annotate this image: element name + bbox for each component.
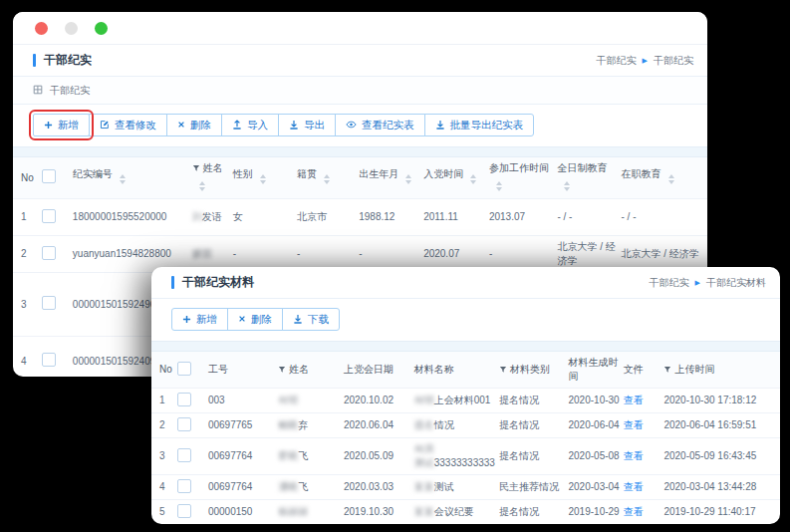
- filter-funnel-icon[interactable]: [663, 366, 671, 374]
- title-accent-bar: [33, 54, 36, 67]
- row-checkbox[interactable]: [177, 479, 191, 493]
- column-header[interactable]: 在职教育: [622, 157, 707, 199]
- view-edit-button[interactable]: 查看修改: [89, 114, 167, 136]
- sort-carets-icon[interactable]: [199, 178, 205, 194]
- breadcrumb-item[interactable]: 干部纪实: [597, 54, 637, 68]
- view-record-sheet-button[interactable]: 查看纪实表: [335, 114, 425, 136]
- download-icon: [435, 120, 445, 130]
- sort-carets-icon[interactable]: [324, 171, 330, 187]
- sort-carets-icon[interactable]: [496, 178, 502, 194]
- delete-button[interactable]: 删除: [227, 308, 283, 331]
- table-cell: 2: [13, 235, 42, 272]
- column-header-label: 上党会日期: [344, 364, 394, 375]
- redacted-text: 何明: [414, 395, 434, 405]
- breadcrumb-arrow-icon: ▶: [695, 279, 700, 287]
- row-checkbox[interactable]: [42, 169, 56, 183]
- row-checkbox[interactable]: [177, 417, 191, 431]
- row-checkbox[interactable]: [177, 393, 191, 406]
- row-checkbox[interactable]: [42, 209, 56, 223]
- sort-carets-icon[interactable]: [668, 171, 674, 187]
- row-checkbox[interactable]: [42, 296, 56, 310]
- column-header-label: No: [21, 172, 34, 183]
- column-header[interactable]: 全日制教育: [557, 157, 621, 199]
- page-header: 干部纪实材料 干部纪实 ▶ 干部纪实材料: [151, 267, 780, 299]
- sort-carets-icon[interactable]: [260, 171, 266, 187]
- table-cell: 2020-06-04: [569, 412, 624, 437]
- column-header: 材料生成时间: [569, 352, 624, 389]
- eye-icon: [346, 121, 357, 129]
- traffic-light-close-icon[interactable]: [35, 22, 48, 35]
- view-link[interactable]: 查看: [624, 395, 644, 405]
- table-cell: 4: [151, 474, 177, 499]
- table-cell: - / -: [557, 198, 621, 235]
- row-checkbox[interactable]: [42, 353, 56, 367]
- button-label: 新增: [58, 120, 79, 131]
- filter-funnel-icon[interactable]: [278, 366, 286, 374]
- breadcrumb-item[interactable]: 干部纪实: [650, 276, 689, 290]
- button-label: 导入: [247, 120, 268, 131]
- column-header[interactable]: 性别: [233, 157, 297, 199]
- table-cell: 提名情况: [499, 412, 569, 437]
- view-link[interactable]: 查看: [624, 506, 644, 517]
- upload-icon: [232, 120, 242, 130]
- breadcrumb: 干部纪实 ▶ 干部纪实: [597, 54, 693, 68]
- column-header[interactable]: 入党时间: [423, 157, 489, 199]
- plus-icon: [44, 121, 53, 130]
- table-cell: 杨丽丽: [278, 499, 344, 524]
- row-checkbox[interactable]: [42, 246, 56, 260]
- view-link[interactable]: 查看: [624, 481, 644, 492]
- add-button[interactable]: 新增: [171, 308, 228, 331]
- table-cell: 何明: [278, 388, 344, 412]
- batch-export-record-sheet-button[interactable]: 批量导出纪实表: [424, 114, 535, 136]
- cell-text: 弃: [298, 419, 308, 430]
- column-header[interactable]: 姓名: [192, 157, 233, 199]
- column-header-label: 姓名: [289, 364, 309, 375]
- table-cell: 00697764: [208, 474, 278, 499]
- table-cell: 2011.11: [423, 198, 489, 235]
- column-header-label: 籍贯: [297, 168, 317, 179]
- page-title: 干部纪实材料: [171, 274, 254, 291]
- redacted-text: 刘: [192, 211, 202, 222]
- table-cell: 2020-06-04 16:59:51: [663, 412, 780, 437]
- column-header-label: 出生年月: [359, 168, 398, 179]
- column-header[interactable]: 出生年月: [359, 157, 423, 199]
- toolbar: 新增删除下载: [151, 299, 780, 341]
- row-checkbox[interactable]: [177, 362, 191, 376]
- section-divider: [151, 341, 780, 352]
- filter-funnel-icon[interactable]: [499, 366, 507, 374]
- import-button[interactable]: 导入: [221, 114, 279, 136]
- table-cell: 查看: [624, 412, 664, 437]
- traffic-light-zoom-icon[interactable]: [95, 22, 108, 35]
- traffic-light-minimize-icon[interactable]: [65, 22, 78, 35]
- table-cell: 1: [151, 388, 177, 412]
- column-header[interactable]: 纪实编号: [73, 157, 192, 199]
- view-link[interactable]: 查看: [624, 450, 644, 461]
- sort-carets-icon[interactable]: [120, 171, 126, 187]
- select-all-header: [42, 157, 72, 199]
- delete-button[interactable]: 删除: [166, 114, 222, 136]
- column-header[interactable]: 材料类别: [499, 352, 569, 389]
- sort-carets-icon[interactable]: [564, 178, 570, 194]
- column-header-label: 性别: [233, 168, 253, 179]
- row-checkbox[interactable]: [177, 448, 191, 462]
- add-button[interactable]: 新增: [33, 114, 90, 136]
- table-cell: 鲍晓弃: [278, 412, 344, 437]
- download-button[interactable]: 下载: [282, 308, 340, 331]
- button-label: 批量导出纪实表: [450, 120, 524, 131]
- row-checkbox[interactable]: [177, 504, 191, 518]
- column-header[interactable]: 姓名: [278, 352, 344, 389]
- sort-carets-icon[interactable]: [405, 171, 411, 187]
- column-header[interactable]: 参加工作时间: [489, 157, 557, 199]
- redacted-text: 何房: [414, 443, 434, 454]
- table-cell: 2020-10-30 17:18:12: [663, 388, 780, 412]
- sort-carets-icon[interactable]: [470, 171, 476, 187]
- column-header[interactable]: 籍贯: [297, 157, 359, 199]
- cell-text: 上会材料001: [434, 395, 491, 405]
- export-button[interactable]: 导出: [278, 114, 336, 136]
- filter-funnel-icon[interactable]: [192, 164, 200, 172]
- column-header[interactable]: 上传时间: [663, 352, 780, 389]
- redacted-text: 媛圆: [192, 248, 212, 259]
- table-cell: 00697764: [208, 437, 278, 474]
- table-cell: 何明上会材料001: [414, 388, 499, 412]
- view-link[interactable]: 查看: [624, 419, 644, 430]
